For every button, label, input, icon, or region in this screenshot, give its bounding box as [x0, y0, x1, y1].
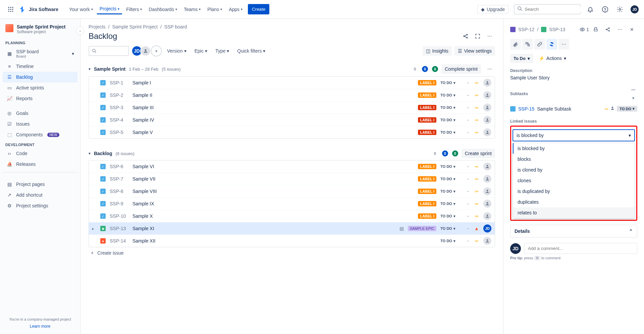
issue-key[interactable]: SSP-5 — [110, 130, 128, 135]
assignee-unassigned[interactable] — [483, 79, 491, 87]
actions-dropdown[interactable]: ⚡Actions▾ — [536, 54, 569, 63]
issue-row[interactable]: ✓SSP-9Sample IXLABEL ITO DO ▾-═ — [89, 198, 495, 210]
link-type-option[interactable]: is duplicated by — [513, 186, 635, 197]
breadcrumb-item[interactable]: Projects — [89, 24, 106, 29]
issue-key[interactable]: SSP-9 — [110, 201, 128, 206]
issue-row[interactable]: ✓SSP-4Sample IVLABEL ITO DO ▾-═ — [89, 114, 495, 126]
nav-dashboards[interactable]: Dashboards▾ — [146, 4, 180, 14]
description-value[interactable]: Sample User Story — [510, 75, 637, 80]
sidebar-item-code[interactable]: ‹›Code — [3, 148, 77, 159]
notifications-icon[interactable] — [585, 4, 596, 15]
panel-more-icon[interactable]: ⋯ — [614, 24, 625, 35]
link-issue-button[interactable] — [534, 39, 545, 50]
issue-status[interactable]: TO DO ▾ — [440, 226, 462, 231]
assignee-avatar[interactable]: JD — [483, 224, 491, 232]
search-input[interactable] — [525, 7, 581, 12]
issue-row[interactable]: ✓SSP-3Sample IIILABEL ITO DO ▾-═ — [89, 102, 495, 114]
sidebar-item-backlog[interactable]: ☰Backlog — [3, 72, 77, 82]
sidebar-item-components[interactable]: ⬚ComponentsNEW — [3, 129, 77, 140]
add-content-icon[interactable]: ▤ — [399, 226, 404, 231]
assignee-unassigned[interactable] — [483, 162, 491, 171]
filter-version[interactable]: Version▾ — [164, 46, 189, 56]
create-issue-button[interactable]: ＋ Create issue — [89, 247, 495, 259]
issue-row[interactable]: ✓SSP-5Sample VLABEL ITO DO ▾-═ — [89, 126, 495, 138]
sidebar-item-project-pages[interactable]: ▤Project pages — [3, 179, 77, 190]
issue-status[interactable]: TO DO ▾ — [440, 177, 462, 181]
filter-epic[interactable]: Epic▾ — [192, 46, 210, 56]
breadcrumb-item[interactable]: SSP board — [164, 24, 187, 29]
issue-status[interactable]: TO DO ▾ — [440, 202, 462, 206]
upgrade-button[interactable]: ◆ Upgrade — [477, 5, 508, 14]
project-header[interactable]: Sample Sprint Project Software project — [3, 24, 77, 38]
share-icon[interactable] — [460, 31, 471, 42]
details-toggle[interactable]: Details ⌃ — [511, 225, 637, 237]
issue-status[interactable]: TO DO ▾ — [440, 239, 462, 243]
more-icon[interactable]: ⋯ — [484, 31, 495, 42]
filter-quick[interactable]: Quick filters▾ — [234, 46, 268, 56]
sidebar-item-active-sprints[interactable]: ▭Active sprints — [3, 82, 77, 93]
sidebar-item-reports[interactable]: 📈Reports — [3, 93, 77, 104]
confluence-button[interactable] — [546, 39, 557, 50]
issue-key[interactable]: SSP-3 — [110, 105, 128, 110]
jira-logo[interactable]: Jira Software — [19, 5, 58, 13]
subtask-key[interactable]: SSP-15 — [518, 106, 534, 112]
issue-status[interactable]: TO DO ▾ — [440, 189, 462, 194]
comment-input[interactable] — [524, 243, 637, 254]
create-button[interactable]: Create — [248, 4, 269, 14]
issue-key[interactable]: SSP-8 — [110, 189, 128, 194]
issue-row[interactable]: ✓SSP-6Sample VILABEL ITO DO ▾-═ — [89, 160, 495, 173]
add-child-button[interactable] — [522, 39, 533, 50]
issue-status[interactable]: TO DO ▾ — [440, 93, 462, 97]
issue-row[interactable]: ✓SSP-10Sample XLABEL ITO DO ▾-═ — [89, 210, 495, 222]
issue-key[interactable]: SSP-6 — [110, 164, 128, 169]
link-type-option[interactable]: clones — [513, 175, 635, 186]
view-settings-button[interactable]: ☰View settings — [454, 46, 495, 56]
link-type-option[interactable]: is blocked by — [513, 143, 635, 154]
watch-button[interactable]: 1 — [580, 27, 589, 32]
issue-status[interactable]: TO DO ▾ — [440, 214, 462, 218]
panel-share-icon[interactable] — [602, 24, 613, 35]
subtask-status[interactable]: TO DO▾ — [617, 106, 637, 112]
issue-key[interactable]: SSP-1 — [110, 80, 128, 85]
issue-status[interactable]: TO DO ▾ — [440, 130, 462, 135]
add-subtask-button[interactable]: ＋ — [629, 94, 637, 102]
filter-type[interactable]: Type▾ — [213, 46, 232, 56]
issue-key[interactable]: SSP-13 — [110, 226, 128, 231]
settings-icon[interactable] — [614, 4, 625, 15]
avatar-unassigned[interactable] — [140, 46, 151, 56]
learn-more-link[interactable]: Learn more — [3, 324, 77, 329]
link-type-option[interactable]: blocks — [513, 154, 635, 164]
global-search[interactable] — [514, 4, 581, 14]
collapse-toggle[interactable]: ▾ — [89, 151, 91, 156]
more-content-button[interactable]: ⋯ — [558, 39, 569, 50]
panel-close-icon[interactable]: ✕ — [627, 24, 637, 35]
nav-projects[interactable]: Projects▾ — [97, 4, 122, 14]
epic-key-link[interactable]: SSP-12 — [518, 27, 534, 32]
story-key-link[interactable]: SSP-13 — [549, 27, 565, 32]
insights-button[interactable]: ◫Insights — [423, 46, 452, 56]
sidebar-collapse-toggle[interactable]: ‹ — [76, 27, 84, 35]
issue-key[interactable]: SSP-7 — [110, 176, 128, 182]
subtasks-sort-icon[interactable]: ⋯ — [629, 86, 637, 94]
sidebar-item-issues[interactable]: ☑Issues — [3, 119, 77, 129]
collapse-toggle[interactable]: ▾ — [89, 67, 91, 71]
status-dropdown[interactable]: To Do▾ — [510, 54, 533, 63]
nav-plans[interactable]: Plans▾ — [205, 4, 225, 14]
assignee-unassigned[interactable] — [483, 200, 491, 208]
complete-sprint-button[interactable]: Complete sprint — [441, 64, 481, 74]
app-switcher-icon[interactable] — [5, 4, 16, 15]
help-icon[interactable] — [600, 4, 610, 15]
assignee-unassigned[interactable] — [483, 237, 491, 245]
subtask-assignee[interactable] — [610, 106, 615, 112]
sprint-more-icon[interactable]: ⋯ — [484, 64, 495, 74]
nav-teams[interactable]: Teams▾ — [181, 4, 203, 14]
assignee-unassigned[interactable] — [483, 91, 491, 99]
issue-key[interactable]: SSP-2 — [110, 92, 128, 98]
breadcrumb-item[interactable]: Sample Sprint Project — [112, 24, 157, 29]
subtask-row[interactable]: SSP-15 Sample Subtask ═ TO DO▾ — [510, 104, 637, 114]
assignee-unassigned[interactable] — [483, 116, 491, 124]
create-sprint-button[interactable]: Create sprint — [462, 149, 495, 158]
assignee-unassigned[interactable] — [483, 128, 491, 136]
issue-row[interactable]: ✓SSP-2Sample IILABEL ITO DO ▾-═ — [89, 89, 495, 102]
fullscreen-icon[interactable] — [472, 31, 483, 42]
